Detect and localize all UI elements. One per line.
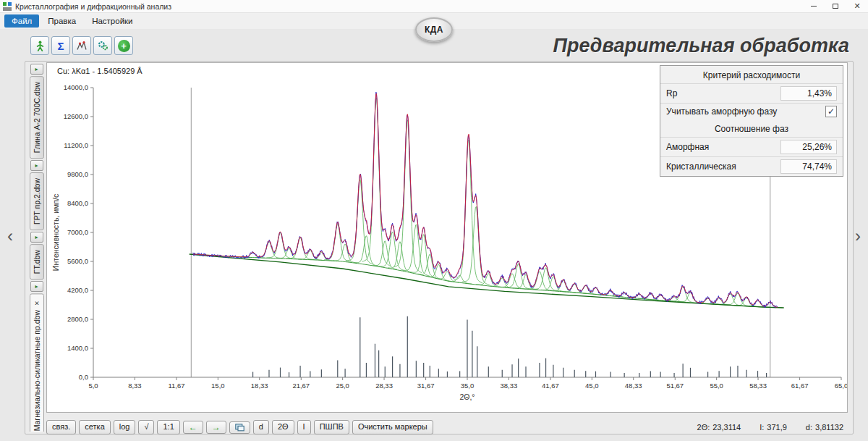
fwhm-button[interactable]: ПШПВ [314,420,349,434]
add-button[interactable]: + [114,36,133,55]
pan-left-button[interactable]: ← [183,421,203,434]
minimize-icon [811,6,817,7]
results-panel: Критерий расходимости Rp 1,43% Учитывать… [660,65,843,177]
svg-text:28,33: 28,33 [375,382,393,390]
close-button[interactable]: ✕ [846,0,868,12]
sum-button[interactable]: Σ [51,36,70,55]
svg-text:61,67: 61,67 [791,382,809,390]
collapse-left-arrow[interactable]: ‹ [4,219,16,253]
divergence-header: Критерий расходимости [660,66,843,83]
grid-button[interactable]: сетка [79,420,110,434]
svg-text:0,0: 0,0 [79,373,88,381]
tab-scroll-button[interactable]: ▸ [30,160,43,171]
person-icon [35,41,45,51]
menu-settings[interactable]: Настройки [85,14,140,28]
svg-text:35,0: 35,0 [461,382,475,390]
app-icon [3,2,12,11]
amorphous-phase-label: Аморфная [666,142,709,152]
settings-button[interactable] [93,36,112,55]
svg-text:2800,0: 2800,0 [67,315,88,323]
menu-edit[interactable]: Правка [41,14,83,28]
d-spacing-button[interactable]: d [253,420,269,434]
tab-close-icon[interactable]: × [33,299,41,308]
status-value: 23,3114 [712,423,741,432]
plus-icon: + [118,40,130,52]
status-value: 371,9 [767,423,787,432]
file-tab[interactable]: ГРТ пр.2.dbw [30,172,44,230]
intensity-button[interactable]: I [297,420,311,434]
svg-text:1400,0: 1400,0 [67,344,88,352]
svg-text:11200,0: 11200,0 [64,141,88,149]
full-view-button[interactable] [229,421,250,434]
tab-scroll-button[interactable]: ▸ [30,232,43,243]
two-theta-button[interactable]: 2Θ [272,420,294,434]
svg-text:25,0: 25,0 [336,382,349,390]
minimize-button[interactable] [803,0,825,12]
status-value: 3,81132 [815,423,843,432]
window-title: Кристаллография и дифракционный анализ [15,2,171,11]
amorphous-option-label: Учитывать аморфную фазу [666,106,777,117]
one-to-one-button[interactable]: 1:1 [157,420,179,434]
svg-text:45,0: 45,0 [585,382,599,390]
experiment-data-button[interactable] [30,36,49,55]
status-label: d: [806,423,812,432]
chart-toolbar: связ. сетка log √ 1:1 ← → d 2Θ I ПШПВ Оч… [46,419,848,436]
titlebar: Кристаллография и дифракционный анализ ✕ [0,0,868,13]
file-tab-label: Магнезиально-силикатные пр.dbw [33,310,41,431]
svg-text:14000,0: 14000,0 [64,83,88,91]
rp-value: 1,43% [780,86,837,101]
tab-scroll-button[interactable]: ▸ [30,64,43,75]
svg-text:7000,0: 7000,0 [67,228,88,236]
peaks-button[interactable] [72,36,91,55]
rp-row: Rp 1,43% [660,83,843,103]
file-tab[interactable]: ГТ.dbw [30,244,44,280]
clear-markers-button[interactable]: Очистить маркеры [352,420,433,434]
menu-file[interactable]: Файл [4,14,39,28]
svg-text:41,67: 41,67 [542,382,559,390]
status-two-theta: 2Θ: 23,3114 [697,423,741,432]
amorphous-checkbox[interactable]: ✓ [825,106,837,117]
chart-panel: Cu: λKα1 - 1.5405929 Å 5,08,3311,6715,01… [46,62,848,413]
wavelength-annotation: Cu: λKα1 - 1.5405929 Å [57,67,142,75]
pan-right-button[interactable]: → [206,421,226,434]
peaks-icon [77,41,87,51]
svg-text:18,33: 18,33 [251,382,268,390]
tab-scroll-button[interactable]: ▸ [30,281,43,292]
svg-text:8,33: 8,33 [128,382,142,390]
maximize-button[interactable] [825,0,846,12]
file-tab[interactable]: Глина А-2 700С.dbw [30,76,44,159]
svg-text:21,67: 21,67 [292,382,310,390]
workspace: Σ + Предварительная обработка ‹ › ▸ Глин… [0,29,868,441]
svg-text:5600,0: 5600,0 [67,257,88,265]
rp-label: Rp [666,88,677,98]
status-d-spacing: d: 3,81132 [806,423,843,432]
sqrt-scale-button[interactable]: √ [138,420,154,434]
gears-icon [98,41,109,51]
svg-text:12600,0: 12600,0 [64,112,88,120]
svg-text:Интенсивность, имп/с: Интенсивность, имп/с [51,194,60,271]
log-scale-button[interactable]: log [114,420,136,434]
crystalline-phase-value: 74,74% [780,159,837,174]
layers-icon [235,424,244,432]
crystalline-phase-label: Кристаллическая [666,161,736,172]
file-tab-strip: ▸ Глина А-2 700С.dbw ▸ ГРТ пр.2.dbw ▸ ГТ… [27,64,46,432]
file-tab-label: Глина А-2 700С.dbw [33,82,41,153]
svg-text:51,67: 51,67 [666,382,684,390]
svg-text:2Θ,°: 2Θ,° [459,392,475,401]
svg-text:8400,0: 8400,0 [67,199,88,207]
svg-text:65,0: 65,0 [835,382,847,390]
svg-text:4200,0: 4200,0 [67,286,88,294]
svg-text:55,0: 55,0 [710,382,723,390]
app-badge: КДА [415,17,453,42]
maximize-icon [833,4,838,9]
phases-header: Соотношение фаз [660,119,843,137]
svg-text:31,67: 31,67 [417,382,435,390]
status-label: 2Θ: [697,423,710,432]
svg-text:11,67: 11,67 [168,382,184,390]
amorphous-option-row: Учитывать аморфную фазу ✓ [660,103,843,119]
amorphous-phase-value: 25,26% [780,140,837,154]
file-tab-active[interactable]: Магнезиально-силикатные пр.dbw × [30,293,44,432]
file-tab-label: ГТ.dbw [33,250,41,274]
collapse-right-arrow[interactable]: › [852,219,864,253]
link-scale-button[interactable]: связ. [46,420,76,434]
